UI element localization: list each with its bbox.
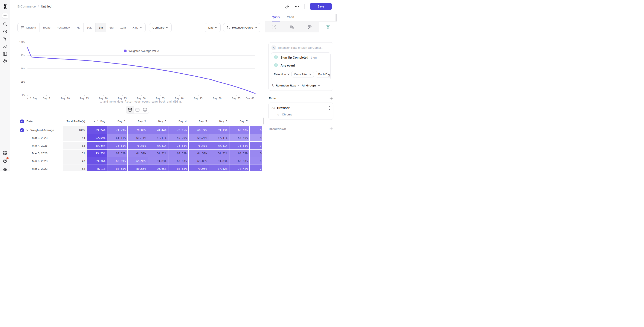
- row-checkbox[interactable]: [20, 128, 24, 132]
- retention-value-cell[interactable]: 80.65%: [168, 165, 188, 171]
- retention-value-cell[interactable]: 80.65%: [108, 165, 128, 171]
- filter-value[interactable]: Chrome: [282, 113, 292, 116]
- help-icon[interactable]: [2, 158, 8, 164]
- events-cursor-icon[interactable]: [2, 36, 8, 42]
- retention-value-cell-clipped[interactable]: 64: [250, 150, 262, 157]
- retention-value-cell[interactable]: 79.03%: [189, 165, 209, 171]
- retention-value-cell[interactable]: 61.11%: [128, 134, 148, 141]
- retention-value-cell[interactable]: 61.11%: [108, 134, 128, 141]
- range-xtd[interactable]: XTD: [129, 23, 146, 32]
- range-today[interactable]: Today: [40, 23, 54, 32]
- range-yesterday[interactable]: Yesterday: [54, 23, 74, 32]
- retention-value-cell[interactable]: 75.81%: [148, 142, 168, 149]
- retention-value-cell[interactable]: 77.42%: [230, 165, 250, 171]
- breadcrumb-current[interactable]: Untitled: [41, 5, 51, 8]
- line-chart-tab-icon[interactable]: [265, 22, 283, 32]
- retention-value-cell[interactable]: 63.83%: [168, 157, 188, 165]
- expand-chevron-icon[interactable]: [26, 129, 28, 131]
- row-checkbox[interactable]: [20, 119, 24, 123]
- range-7d[interactable]: 7D: [73, 23, 84, 32]
- retention-value-cell[interactable]: 68.62%: [230, 126, 250, 134]
- retention-value-cell[interactable]: 92.59%: [87, 134, 107, 141]
- range-3m[interactable]: 3M: [96, 23, 106, 32]
- retention-line-series[interactable]: [28, 42, 255, 95]
- tab-chart[interactable]: Chart: [287, 13, 294, 21]
- retention-value-cell[interactable]: 69.74%: [189, 126, 209, 134]
- retention-value-cell[interactable]: 64.52%: [168, 150, 188, 157]
- flows-tab-icon[interactable]: [301, 22, 319, 32]
- retention-grid-tab-icon[interactable]: [319, 22, 337, 32]
- page-scrollbar[interactable]: [336, 14, 336, 21]
- retention-value-cell-clipped[interactable]: 68: [250, 126, 262, 134]
- cohorts-icon[interactable]: [2, 58, 8, 64]
- new-report-button[interactable]: [2, 13, 8, 19]
- retention-value-cell[interactable]: 64.52%: [108, 150, 128, 157]
- retention-value-cell[interactable]: 89.24%: [87, 126, 107, 134]
- retention-value-cell[interactable]: 64.52%: [230, 150, 250, 157]
- breadcrumb-parent[interactable]: E-Commerce: [18, 5, 36, 8]
- retention-value-cell[interactable]: 64.52%: [148, 150, 168, 157]
- filter-property[interactable]: Browser: [277, 106, 326, 110]
- retention-value-cell-clipped[interactable]: 75: [250, 165, 262, 171]
- retention-value-cell[interactable]: 68.09%: [108, 157, 128, 165]
- bar-chart-tab-icon[interactable]: [283, 22, 301, 32]
- retention-value-cell[interactable]: 55.56%: [230, 134, 250, 141]
- users-icon[interactable]: [2, 43, 8, 49]
- retention-value-cell[interactable]: 64.52%: [128, 150, 148, 157]
- retention-value-cell[interactable]: 65.96%: [128, 157, 148, 165]
- retention-value-cell[interactable]: 59.26%: [189, 134, 209, 141]
- on-or-after-dropdown[interactable]: On or After: [292, 71, 314, 77]
- retention-value-cell[interactable]: 63.83%: [230, 157, 250, 165]
- save-button[interactable]: Save: [310, 3, 332, 10]
- event-row-return[interactable]: Any event: [274, 63, 328, 68]
- retention-value-cell[interactable]: 59.26%: [168, 134, 188, 141]
- retention-value-cell-clipped[interactable]: 55: [250, 134, 262, 141]
- table-scrollbar[interactable]: [263, 118, 264, 124]
- range-30d[interactable]: 30D: [84, 23, 96, 32]
- retention-value-cell[interactable]: 70.88%: [128, 126, 148, 134]
- share-link-icon[interactable]: [285, 4, 289, 8]
- compare-button[interactable]: Compare: [149, 23, 172, 32]
- groups-dropdown[interactable]: All Groups: [302, 84, 320, 87]
- query-title[interactable]: Retention Rate of Sign Up Compl...: [278, 46, 323, 49]
- retention-value-cell[interactable]: 61.11%: [148, 134, 168, 141]
- chart-only-toggle[interactable]: [134, 106, 141, 113]
- filter-kebab-menu-icon[interactable]: [329, 106, 330, 110]
- retention-value-cell-clipped[interactable]: 63: [250, 157, 262, 165]
- retention-value-cell[interactable]: 70.44%: [148, 126, 168, 134]
- retention-value-cell[interactable]: 57.41%: [209, 134, 229, 141]
- measure-dropdown[interactable]: Retention Rate: [276, 84, 300, 87]
- search-icon[interactable]: [2, 21, 8, 27]
- retention-value-cell[interactable]: 89.36%: [87, 157, 107, 165]
- retention-value-cell[interactable]: 64.52%: [209, 150, 229, 157]
- filter-operator[interactable]: Is: [277, 113, 279, 116]
- table-only-toggle[interactable]: [141, 106, 149, 113]
- retention-mode-dropdown[interactable]: Retention: [274, 73, 290, 76]
- add-breakdown-button[interactable]: [330, 127, 333, 130]
- retention-value-cell[interactable]: 71.79%: [108, 126, 128, 134]
- retention-value-cell[interactable]: 63.83%: [148, 157, 168, 165]
- retention-value-cell-clipped[interactable]: 74: [250, 142, 262, 149]
- range-12m[interactable]: 12M: [117, 23, 129, 32]
- add-filter-button[interactable]: [330, 97, 333, 100]
- filter-item-card[interactable]: Aa Browser Is Chrome: [268, 103, 334, 120]
- tab-query[interactable]: Query: [272, 13, 280, 21]
- event-row-first[interactable]: Sign Up Completed then: [274, 55, 328, 60]
- retention-value-cell[interactable]: 75.81%: [189, 142, 209, 149]
- retention-value-cell[interactable]: 75.81%: [230, 142, 250, 149]
- retention-value-cell[interactable]: 75.81%: [168, 142, 188, 149]
- retention-value-cell[interactable]: 63.83%: [209, 157, 229, 165]
- settings-gear-icon[interactable]: [2, 166, 8, 171]
- retention-value-cell[interactable]: 85.48%: [87, 142, 107, 149]
- retention-value-cell[interactable]: 80.65%: [148, 165, 168, 171]
- retention-value-cell[interactable]: 69.13%: [209, 126, 229, 134]
- granularity-dropdown[interactable]: Day: [205, 23, 220, 32]
- retention-value-cell[interactable]: 63.83%: [189, 157, 209, 165]
- retention-value-cell[interactable]: 93.55%: [87, 150, 107, 157]
- library-icon[interactable]: [2, 51, 8, 57]
- retention-value-cell[interactable]: 75.81%: [209, 142, 229, 149]
- explore-compass-icon[interactable]: [2, 28, 8, 34]
- retention-value-cell[interactable]: 64.52%: [189, 150, 209, 157]
- chart-type-dropdown[interactable]: Retention Curve: [223, 23, 260, 32]
- retention-value-cell[interactable]: 75.81%: [128, 142, 148, 149]
